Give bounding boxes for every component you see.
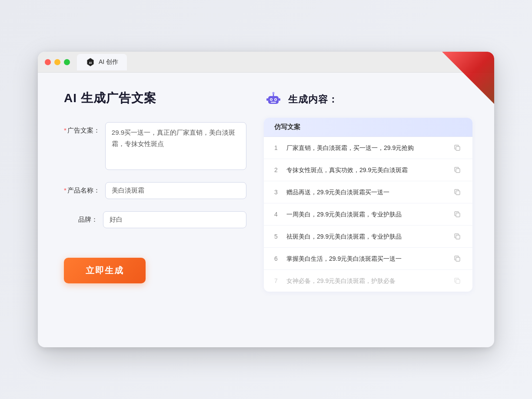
browser-window: AI AI 创作 AI 生成广告文案 *广告文案： 29.9买一送一，真正的厂家… [38,52,494,347]
generate-button[interactable]: 立即生成 [64,258,146,283]
svg-rect-16 [456,235,460,239]
traffic-lights [45,59,70,65]
result-row: 4一周美白，29.9元美白淡斑霜，专业护肤品 [264,203,472,226]
page-title: AI 生成广告文案 [64,90,246,106]
close-button[interactable] [45,59,51,65]
browser-titlebar: AI AI 创作 [38,52,494,73]
robot-icon [264,90,283,109]
svg-text:AI: AI [89,61,92,64]
svg-rect-17 [456,257,460,261]
svg-rect-7 [271,102,276,103]
result-text: 掌握美白生活，29.9元美白淡斑霜买一送一 [286,254,452,263]
svg-point-9 [273,92,275,94]
result-text: 祛斑美白，29.9元美白淡斑霜，专业护肤品 [286,232,452,241]
tab-label: AI 创作 [99,58,118,66]
right-header: 生成内容： [264,90,472,109]
result-row: 7女神必备，29.9元美白淡斑霜，护肤必备 [264,270,472,292]
result-number: 3 [274,189,286,196]
result-text: 赠品再送，29.9元美白淡斑霜买一送一 [286,188,452,197]
right-panel: 生成内容： 仿写文案 1厂家直销，美白淡斑霜，买一送一，29.9元抢购 2专抹女… [264,90,472,316]
result-number: 4 [274,211,286,218]
ad-copy-group: *广告文案： 29.9买一送一，真正的厂家直销，美白淡斑霜，专抹女性斑点 [64,122,246,170]
ad-copy-input[interactable]: 29.9买一送一，真正的厂家直销，美白淡斑霜，专抹女性斑点 [105,122,246,170]
copy-icon[interactable] [452,165,462,175]
result-row: 2专抹女性斑点，真实功效，29.9元美白淡斑霜 [264,159,472,181]
svg-rect-11 [279,98,280,101]
result-row: 1厂家直销，美白淡斑霜，买一送一，29.9元抢购 [264,137,472,159]
product-name-label: *产品名称： [64,182,105,195]
results-list: 1厂家直销，美白淡斑霜，买一送一，29.9元抢购 2专抹女性斑点，真实功效，29… [264,137,472,292]
result-text: 女神必备，29.9元美白淡斑霜，护肤必备 [286,276,452,286]
svg-point-5 [271,99,272,100]
left-panel: AI 生成广告文案 *广告文案： 29.9买一送一，真正的厂家直销，美白淡斑霜，… [64,90,246,316]
product-name-group: *产品名称： [64,182,246,199]
maximize-button[interactable] [64,59,70,65]
product-required: * [64,186,66,194]
svg-rect-12 [456,146,460,150]
svg-point-6 [275,99,276,100]
ad-copy-required: * [64,126,66,134]
copy-icon[interactable] [452,254,462,263]
product-name-input[interactable] [105,182,246,199]
result-text: 专抹女性斑点，真实功效，29.9元美白淡斑霜 [286,166,452,175]
results-header: 仿写文案 [264,118,472,137]
brand-group: 品牌： [64,211,246,228]
copy-icon[interactable] [452,143,462,153]
ai-tab-icon: AI [86,57,95,67]
content-area: AI 生成广告文案 *广告文案： 29.9买一送一，真正的厂家直销，美白淡斑霜，… [38,73,494,333]
svg-rect-14 [456,191,460,195]
svg-rect-18 [456,279,460,283]
result-number: 7 [274,277,286,284]
result-row: 5祛斑美白，29.9元美白淡斑霜，专业护肤品 [264,226,472,248]
svg-rect-13 [456,169,460,173]
brand-input[interactable] [103,211,246,228]
copy-icon[interactable] [452,232,462,241]
result-text: 一周美白，29.9元美白淡斑霜，专业护肤品 [286,210,452,219]
result-number: 6 [274,255,286,262]
copy-icon[interactable] [452,187,462,197]
svg-rect-10 [266,98,268,101]
result-number: 2 [274,166,286,173]
result-row: 6掌握美白生活，29.9元美白淡斑霜买一送一 [264,248,472,270]
result-row: 3赠品再送，29.9元美白淡斑霜买一送一 [264,181,472,203]
ad-copy-label: *广告文案： [64,122,105,135]
results-container: 仿写文案 1厂家直销，美白淡斑霜，买一送一，29.9元抢购 2专抹女性斑点，真实… [264,118,472,292]
copy-icon[interactable] [452,209,462,219]
result-number: 5 [274,233,286,240]
result-number: 1 [274,144,286,151]
right-title: 生成内容： [288,93,338,106]
minimize-button[interactable] [54,59,60,65]
svg-rect-15 [456,213,460,217]
copy-icon[interactable] [452,276,462,286]
ai-creation-tab[interactable]: AI AI 创作 [77,54,127,70]
brand-label: 品牌： [64,211,103,224]
result-text: 厂家直销，美白淡斑霜，买一送一，29.9元抢购 [286,143,452,153]
